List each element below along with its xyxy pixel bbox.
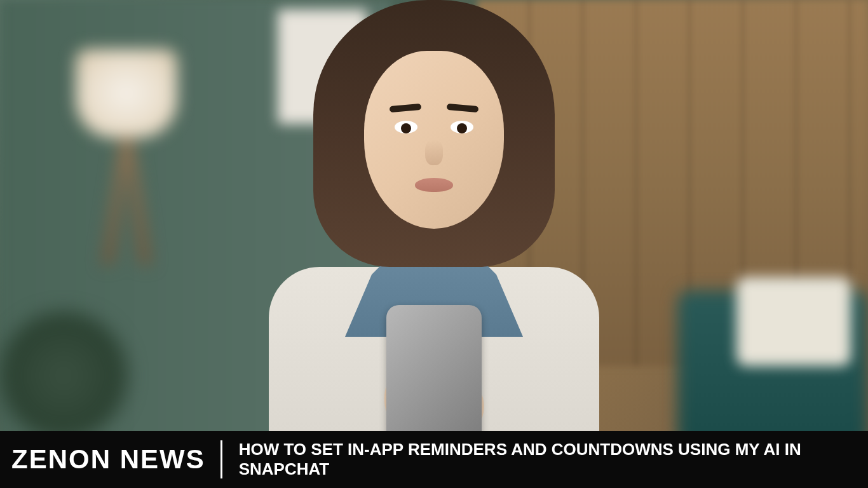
brand-section: ZENON NEWS [0, 431, 217, 488]
brand-logo-text: ZENON NEWS [11, 444, 205, 475]
banner-divider [220, 440, 222, 478]
background-plant [0, 312, 127, 439]
article-title: HOW TO SET IN-APP REMINDERS AND COUNTDOW… [239, 440, 855, 479]
title-section: HOW TO SET IN-APP REMINDERS AND COUNTDOW… [226, 440, 868, 479]
person-illustration [275, 0, 593, 488]
background-lamp [69, 49, 184, 290]
article-hero-image: ZENON NEWS HOW TO SET IN-APP REMINDERS A… [0, 0, 868, 488]
article-banner: ZENON NEWS HOW TO SET IN-APP REMINDERS A… [0, 431, 868, 488]
background-pillow [736, 277, 851, 366]
